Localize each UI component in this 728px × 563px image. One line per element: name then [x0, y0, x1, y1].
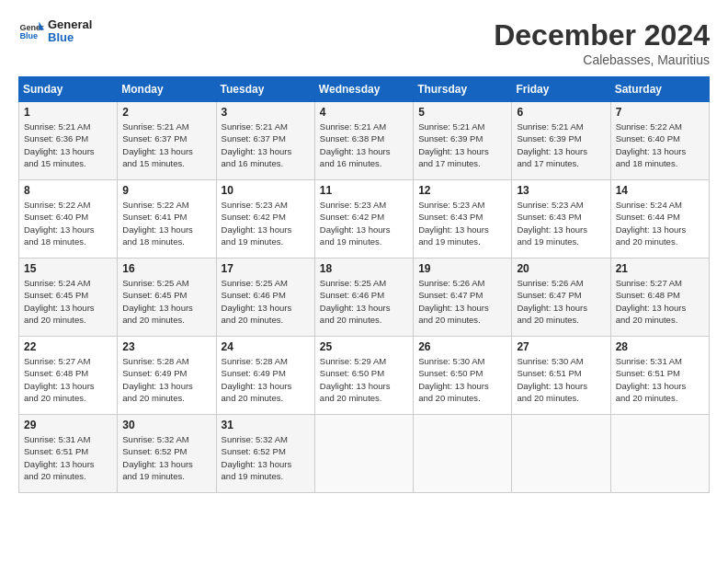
header-row: SundayMondayTuesdayWednesdayThursdayFrid… — [19, 77, 710, 102]
day-number: 7 — [616, 106, 704, 119]
day-cell: 21Sunrise: 5:27 AM Sunset: 6:48 PM Dayli… — [610, 259, 709, 337]
day-cell: 3Sunrise: 5:21 AM Sunset: 6:37 PM Daylig… — [216, 102, 314, 180]
day-info: Sunrise: 5:21 AM Sunset: 6:36 PM Dayligh… — [24, 121, 112, 169]
day-cell: 23Sunrise: 5:28 AM Sunset: 6:49 PM Dayli… — [118, 337, 216, 415]
calendar-table: SundayMondayTuesdayWednesdayThursdayFrid… — [18, 76, 710, 493]
day-cell: 9Sunrise: 5:22 AM Sunset: 6:41 PM Daylig… — [118, 180, 216, 259]
day-info: Sunrise: 5:21 AM Sunset: 6:39 PM Dayligh… — [418, 121, 506, 169]
day-number: 15 — [24, 262, 112, 275]
day-info: Sunrise: 5:28 AM Sunset: 6:49 PM Dayligh… — [222, 355, 310, 404]
day-number: 18 — [320, 262, 408, 275]
day-number: 26 — [418, 340, 506, 353]
day-cell: 24Sunrise: 5:28 AM Sunset: 6:49 PM Dayli… — [216, 337, 314, 415]
header-friday: Friday — [512, 77, 610, 102]
day-info: Sunrise: 5:23 AM Sunset: 6:43 PM Dayligh… — [418, 199, 506, 247]
day-info: Sunrise: 5:31 AM Sunset: 6:51 PM Dayligh… — [616, 355, 704, 404]
month-title: December 2024 — [494, 18, 710, 52]
logo-icon: General Blue — [18, 18, 44, 44]
day-info: Sunrise: 5:24 AM Sunset: 6:44 PM Dayligh… — [616, 199, 704, 247]
day-number: 25 — [320, 340, 408, 353]
week-row-1: 1Sunrise: 5:21 AM Sunset: 6:36 PM Daylig… — [19, 102, 710, 180]
svg-text:Blue: Blue — [19, 32, 38, 41]
header-sunday: Sunday — [19, 77, 118, 102]
logo: General Blue General Blue — [18, 18, 92, 45]
day-cell: 28Sunrise: 5:31 AM Sunset: 6:51 PM Dayli… — [610, 337, 709, 415]
day-number: 12 — [418, 184, 506, 197]
day-cell: 4Sunrise: 5:21 AM Sunset: 6:38 PM Daylig… — [314, 102, 413, 180]
logo-general: General — [48, 18, 92, 31]
logo-blue: Blue — [48, 31, 92, 44]
day-number: 22 — [24, 340, 112, 353]
day-number: 1 — [24, 106, 112, 119]
day-number: 3 — [222, 106, 310, 119]
day-cell — [314, 415, 413, 493]
day-info: Sunrise: 5:21 AM Sunset: 6:39 PM Dayligh… — [517, 121, 605, 169]
day-cell — [414, 415, 512, 493]
day-number: 24 — [222, 340, 310, 353]
day-info: Sunrise: 5:24 AM Sunset: 6:45 PM Dayligh… — [24, 277, 112, 326]
day-cell: 26Sunrise: 5:30 AM Sunset: 6:50 PM Dayli… — [414, 337, 512, 415]
week-row-5: 29Sunrise: 5:31 AM Sunset: 6:51 PM Dayli… — [19, 415, 710, 493]
day-number: 2 — [122, 106, 210, 119]
day-number: 17 — [222, 262, 310, 275]
day-info: Sunrise: 5:23 AM Sunset: 6:42 PM Dayligh… — [320, 199, 408, 247]
header-tuesday: Tuesday — [216, 77, 314, 102]
day-cell: 20Sunrise: 5:26 AM Sunset: 6:47 PM Dayli… — [512, 259, 610, 337]
day-cell: 19Sunrise: 5:26 AM Sunset: 6:47 PM Dayli… — [414, 259, 512, 337]
day-cell: 1Sunrise: 5:21 AM Sunset: 6:36 PM Daylig… — [19, 102, 118, 180]
day-info: Sunrise: 5:30 AM Sunset: 6:50 PM Dayligh… — [418, 355, 506, 404]
day-cell: 6Sunrise: 5:21 AM Sunset: 6:39 PM Daylig… — [512, 102, 610, 180]
day-number: 20 — [517, 262, 605, 275]
page-header: General Blue General Blue December 2024 … — [18, 18, 710, 67]
header-thursday: Thursday — [414, 77, 512, 102]
day-info: Sunrise: 5:27 AM Sunset: 6:48 PM Dayligh… — [24, 355, 112, 404]
header-saturday: Saturday — [610, 77, 709, 102]
week-row-3: 15Sunrise: 5:24 AM Sunset: 6:45 PM Dayli… — [19, 259, 710, 337]
day-info: Sunrise: 5:25 AM Sunset: 6:46 PM Dayligh… — [320, 277, 408, 326]
day-info: Sunrise: 5:32 AM Sunset: 6:52 PM Dayligh… — [122, 433, 210, 482]
day-cell: 14Sunrise: 5:24 AM Sunset: 6:44 PM Dayli… — [610, 180, 709, 259]
day-info: Sunrise: 5:31 AM Sunset: 6:51 PM Dayligh… — [24, 433, 112, 482]
week-row-2: 8Sunrise: 5:22 AM Sunset: 6:40 PM Daylig… — [19, 180, 710, 259]
day-cell: 11Sunrise: 5:23 AM Sunset: 6:42 PM Dayli… — [314, 180, 413, 259]
day-info: Sunrise: 5:21 AM Sunset: 6:37 PM Dayligh… — [222, 121, 310, 169]
day-number: 27 — [517, 340, 605, 353]
day-info: Sunrise: 5:25 AM Sunset: 6:46 PM Dayligh… — [222, 277, 310, 326]
day-info: Sunrise: 5:28 AM Sunset: 6:49 PM Dayligh… — [122, 355, 210, 404]
day-cell: 17Sunrise: 5:25 AM Sunset: 6:46 PM Dayli… — [216, 259, 314, 337]
header-wednesday: Wednesday — [314, 77, 413, 102]
header-monday: Monday — [118, 77, 216, 102]
day-number: 28 — [616, 340, 704, 353]
day-cell: 29Sunrise: 5:31 AM Sunset: 6:51 PM Dayli… — [19, 415, 118, 493]
day-info: Sunrise: 5:23 AM Sunset: 6:43 PM Dayligh… — [517, 199, 605, 247]
day-info: Sunrise: 5:26 AM Sunset: 6:47 PM Dayligh… — [517, 277, 605, 326]
day-cell: 8Sunrise: 5:22 AM Sunset: 6:40 PM Daylig… — [19, 180, 118, 259]
day-info: Sunrise: 5:23 AM Sunset: 6:42 PM Dayligh… — [222, 199, 310, 247]
day-cell: 7Sunrise: 5:22 AM Sunset: 6:40 PM Daylig… — [610, 102, 709, 180]
week-row-4: 22Sunrise: 5:27 AM Sunset: 6:48 PM Dayli… — [19, 337, 710, 415]
day-number: 8 — [24, 184, 112, 197]
day-number: 9 — [122, 184, 210, 197]
day-number: 16 — [122, 262, 210, 275]
day-cell: 31Sunrise: 5:32 AM Sunset: 6:52 PM Dayli… — [216, 415, 314, 493]
day-number: 13 — [517, 184, 605, 197]
day-cell — [610, 415, 709, 493]
day-info: Sunrise: 5:21 AM Sunset: 6:38 PM Dayligh… — [320, 121, 408, 169]
location: Calebasses, Mauritius — [494, 52, 710, 67]
day-cell: 25Sunrise: 5:29 AM Sunset: 6:50 PM Dayli… — [314, 337, 413, 415]
day-info: Sunrise: 5:30 AM Sunset: 6:51 PM Dayligh… — [517, 355, 605, 404]
day-cell: 27Sunrise: 5:30 AM Sunset: 6:51 PM Dayli… — [512, 337, 610, 415]
day-info: Sunrise: 5:22 AM Sunset: 6:40 PM Dayligh… — [616, 121, 704, 169]
day-number: 31 — [222, 419, 310, 431]
day-number: 4 — [320, 106, 408, 119]
day-cell — [512, 415, 610, 493]
day-info: Sunrise: 5:25 AM Sunset: 6:45 PM Dayligh… — [122, 277, 210, 326]
day-cell: 5Sunrise: 5:21 AM Sunset: 6:39 PM Daylig… — [414, 102, 512, 180]
day-cell: 10Sunrise: 5:23 AM Sunset: 6:42 PM Dayli… — [216, 180, 314, 259]
day-number: 21 — [616, 262, 704, 275]
day-number: 6 — [517, 106, 605, 119]
day-number: 14 — [616, 184, 704, 197]
day-info: Sunrise: 5:22 AM Sunset: 6:40 PM Dayligh… — [24, 199, 112, 247]
day-number: 5 — [418, 106, 506, 119]
day-number: 19 — [418, 262, 506, 275]
